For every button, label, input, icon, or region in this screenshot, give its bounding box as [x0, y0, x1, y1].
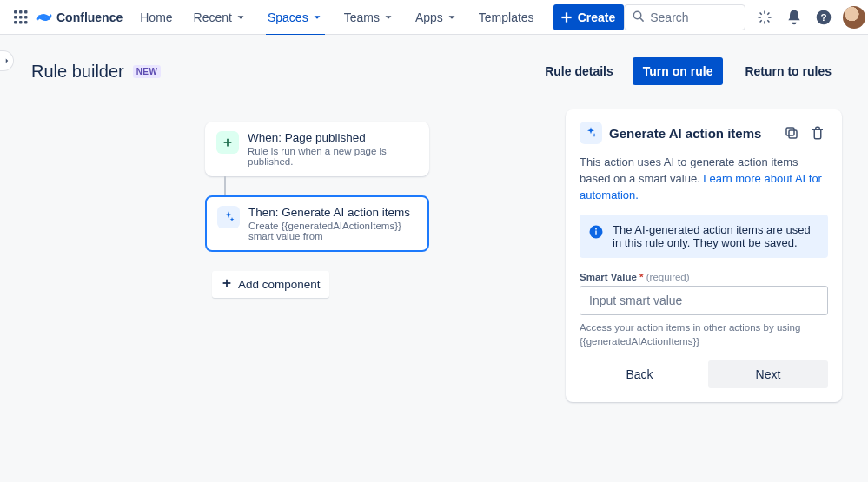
nav-item-apps[interactable]: Apps [407, 0, 467, 35]
svg-rect-8 [24, 21, 28, 24]
page-header: Rule builder NEW Rule details Turn on ru… [31, 57, 842, 85]
svg-line-15 [760, 12, 762, 14]
nav-item-home[interactable]: Home [131, 0, 181, 35]
nav-item-spaces[interactable]: Spaces [259, 0, 332, 35]
svg-rect-24 [595, 230, 597, 234]
search-input[interactable] [650, 10, 738, 24]
action-subtitle: Create {{generatedAIActionItems}} smart … [248, 221, 417, 241]
svg-rect-6 [14, 21, 17, 24]
field-label: Smart Value * (required) [580, 272, 828, 282]
panel-header: Generate AI action items [580, 122, 828, 144]
next-button[interactable]: Next [708, 360, 828, 388]
nav-right: ? [624, 4, 865, 30]
smart-value-input[interactable] [580, 286, 828, 315]
page-title: Rule builder [31, 62, 124, 82]
info-icon [588, 224, 604, 240]
ai-sparkle-icon [580, 122, 602, 144]
nav-item-templates[interactable]: Templates [470, 0, 543, 35]
duplicate-icon[interactable] [781, 122, 802, 143]
field-helper-text: Access your action items in other action… [580, 320, 828, 348]
plus-icon [221, 277, 233, 292]
info-message: The AI-generated action items are used i… [580, 215, 828, 258]
nav-item-recent[interactable]: Recent [185, 0, 255, 35]
help-icon[interactable]: ? [813, 7, 834, 28]
trigger-subtitle: Rule is run when a new page is published… [248, 146, 418, 167]
create-button[interactable]: Create [553, 4, 625, 30]
action-card-selected[interactable]: Then: Generate AI action items Create {{… [205, 195, 429, 252]
new-lozenge: NEW [133, 65, 162, 78]
back-button[interactable]: Back [580, 360, 699, 388]
notifications-icon[interactable] [784, 7, 805, 28]
panel-actions [781, 122, 828, 143]
chevron-down-icon [446, 11, 458, 23]
page-body: Rule builder NEW Rule details Turn on ru… [0, 35, 868, 482]
turn-on-rule-button[interactable]: Turn on rule [633, 57, 724, 85]
action-title: Then: Generate AI action items [248, 206, 417, 219]
svg-rect-7 [19, 21, 23, 24]
divider [732, 63, 732, 80]
product-logo[interactable]: Confluence [35, 10, 128, 25]
panel-title: Generate AI action items [609, 126, 761, 141]
panel-description: This action uses AI to generate action i… [580, 155, 828, 204]
svg-line-17 [760, 20, 762, 22]
svg-rect-2 [24, 10, 28, 14]
app-switcher-icon[interactable] [10, 7, 31, 28]
page-actions: Rule details Turn on rule Return to rule… [534, 57, 842, 85]
rule-canvas: When: Page published Rule is run when a … [31, 109, 842, 474]
return-to-rules-button[interactable]: Return to rules [734, 57, 842, 85]
content: Rule builder NEW Rule details Turn on ru… [0, 35, 868, 474]
nav-left: Confluence Home Recent Spaces Teams Apps… [10, 0, 624, 35]
chevron-down-icon [311, 11, 323, 23]
search-icon [632, 10, 645, 25]
action-config-panel: Generate AI action items This action use… [566, 109, 842, 402]
nav-item-teams[interactable]: Teams [335, 0, 403, 35]
discover-icon[interactable] [754, 7, 775, 28]
avatar[interactable] [843, 6, 865, 29]
add-component-button[interactable]: Add component [212, 271, 329, 298]
search-input-wrapper[interactable] [624, 4, 745, 30]
svg-rect-1 [19, 10, 23, 14]
rule-flow: When: Page published Rule is run when a … [205, 122, 429, 298]
panel-footer: Back Next [580, 360, 828, 388]
chevron-down-icon [235, 11, 247, 23]
trigger-card[interactable]: When: Page published Rule is run when a … [205, 122, 429, 176]
svg-rect-4 [19, 16, 23, 19]
rule-details-button[interactable]: Rule details [534, 57, 624, 85]
svg-rect-5 [24, 16, 28, 19]
delete-icon[interactable] [807, 122, 828, 143]
trigger-title: When: Page published [248, 131, 418, 144]
product-name: Confluence [56, 10, 123, 24]
svg-rect-0 [14, 10, 17, 14]
svg-line-16 [768, 20, 770, 22]
svg-line-10 [640, 17, 643, 20]
flow-connector [224, 176, 226, 195]
svg-point-25 [595, 228, 597, 229]
svg-text:?: ? [821, 11, 827, 23]
confluence-logo-icon [36, 10, 52, 25]
svg-line-18 [768, 12, 770, 14]
global-nav: Confluence Home Recent Spaces Teams Apps… [0, 0, 868, 35]
plus-icon [216, 131, 239, 154]
svg-rect-21 [789, 130, 797, 138]
chevron-down-icon [382, 11, 394, 23]
svg-rect-3 [14, 16, 17, 19]
svg-rect-22 [786, 128, 794, 135]
ai-sparkle-icon [217, 206, 240, 228]
